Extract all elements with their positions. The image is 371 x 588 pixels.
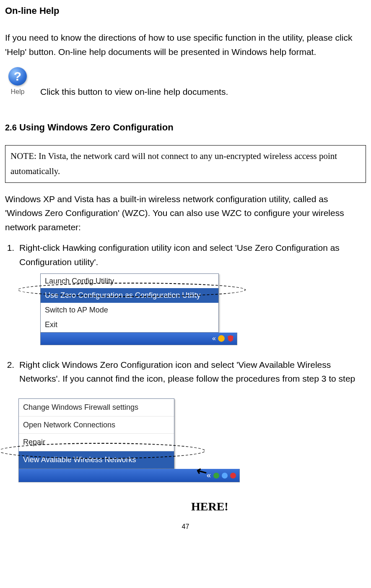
tray-network-icon[interactable]: [213, 473, 219, 479]
menu-item-firewall-settings[interactable]: Change Windows Firewall settings: [19, 399, 174, 416]
menu-item-switch-ap-mode[interactable]: Switch to AP Mode: [41, 303, 218, 317]
step-1: Right-click Hawking configuration utilit…: [17, 241, 366, 345]
taskbar-caret-icon[interactable]: «: [212, 333, 216, 344]
here-annotation: HERE!: [191, 497, 366, 516]
online-help-heading: On-line Help: [5, 3, 366, 18]
context-menu-1: Launch Config Utility Use Zero Configura…: [40, 273, 219, 333]
menu-item-open-network-connections[interactable]: Open Network Connections: [19, 416, 174, 434]
steps-list: Right-click Hawking configuration utilit…: [17, 241, 366, 386]
step-2: Right click Windows Zero Configuration i…: [17, 358, 366, 386]
context-menu-2: Change Windows Firewall settings Open Ne…: [18, 398, 174, 469]
menu-item-launch-config[interactable]: Launch Config Utility: [41, 274, 218, 289]
context-menu-screenshot-2: Change Windows Firewall settings Open Ne…: [5, 398, 240, 482]
tray-shield-icon[interactable]: [230, 473, 236, 479]
help-icon: ?: [8, 67, 27, 86]
note-box: NOTE: In Vista, the network card will no…: [5, 145, 366, 182]
step-1-text: Right-click Hawking configuration utilit…: [19, 243, 340, 267]
online-help-description: If you need to know the directions of ho…: [5, 31, 366, 59]
section-title: Using Windows Zero Configuration: [19, 122, 174, 133]
section-number: 2.6: [5, 123, 17, 132]
help-button-description: Click this button to view on-line help d…: [40, 85, 228, 99]
step-2-text: Right click Windows Zero Configuration i…: [19, 360, 355, 384]
taskbar-1: «: [40, 333, 237, 345]
page-number: 47: [5, 521, 366, 532]
help-button-row: ? Help Click this button to view on-line…: [5, 65, 366, 99]
section-heading: 2.6 Using Windows Zero Configuration: [5, 120, 366, 135]
help-button-label: Help: [11, 86, 25, 97]
menu-item-view-wireless-networks[interactable]: View Available Wireless Networks: [19, 451, 174, 468]
menu-item-use-zero-config[interactable]: Use Zero Configuration as Configuration …: [41, 288, 218, 303]
tray-wireless-icon[interactable]: [222, 473, 228, 479]
menu-item-exit[interactable]: Exit: [41, 317, 218, 332]
wzc-description: Windows XP and Vista has a built-in wire…: [5, 192, 366, 234]
tray-shield-icon[interactable]: [227, 335, 234, 342]
context-menu-screenshot-1: Launch Config Utility Use Zero Configura…: [40, 273, 237, 345]
svg-point-0: [218, 335, 225, 342]
tray-icon[interactable]: [218, 335, 225, 342]
help-button[interactable]: ? Help: [5, 65, 30, 99]
menu-item-repair[interactable]: Repair: [19, 433, 174, 451]
